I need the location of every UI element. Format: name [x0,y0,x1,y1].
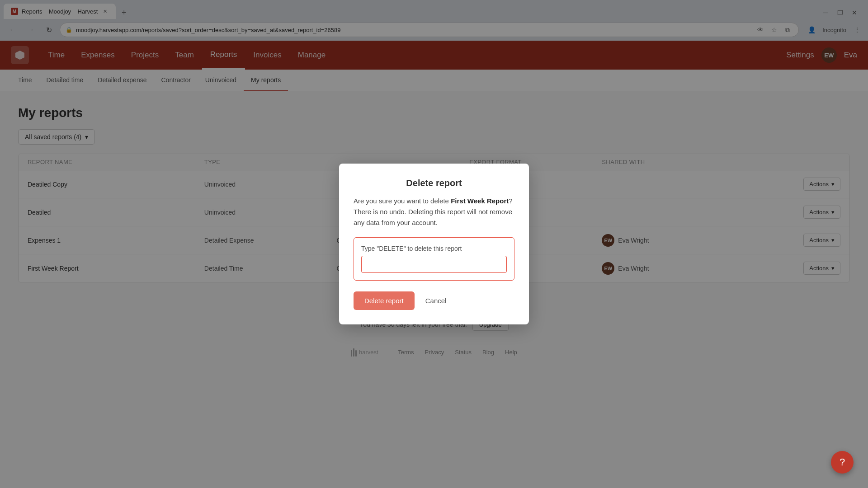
dialog-message: Are you sure you want to delete First We… [354,196,514,228]
dialog-actions: Delete report Cancel [354,291,514,310]
help-button[interactable]: ? [831,451,854,474]
delete-confirmation-input[interactable] [361,256,507,273]
cancel-button[interactable]: Cancel [422,291,450,310]
delete-report-dialog: Delete report Are you sure you want to d… [339,164,529,324]
dialog-input-group: Type "DELETE" to delete this report [354,237,514,281]
dialog-report-name: First Week Report [451,197,509,205]
dialog-message-prefix: Are you sure you want to delete [354,197,451,205]
delete-report-button[interactable]: Delete report [354,291,415,310]
modal-overlay: Delete report Are you sure you want to d… [0,0,868,488]
help-icon: ? [840,456,845,468]
dialog-input-label: Type "DELETE" to delete this report [361,245,507,252]
dialog-title: Delete report [354,178,514,188]
